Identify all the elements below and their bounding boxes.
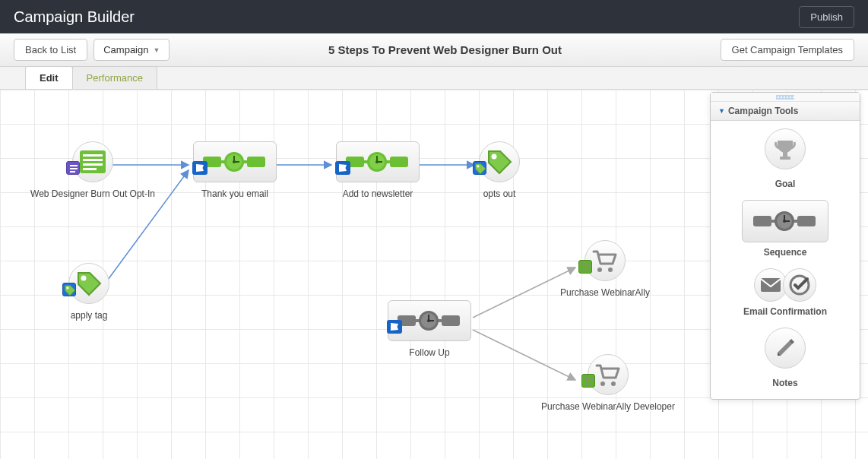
tool-sequence[interactable]: Sequence (742, 200, 828, 258)
app-header: Campaign Builder Publish (0, 0, 868, 33)
goal-badge-icon (66, 161, 80, 175)
tool-label: Goal (775, 179, 796, 189)
svg-rect-36 (70, 165, 78, 166)
svg-rect-37 (70, 168, 78, 169)
flag-badge-icon (192, 161, 207, 175)
checkmark-icon (783, 268, 816, 302)
tool-goal[interactable]: Goal (765, 128, 806, 189)
campaign-canvas[interactable]: Web Designer Burn Out Opt-In Thank you e… (0, 90, 868, 459)
panel-grip[interactable] (711, 93, 860, 102)
goal-badge-icon (62, 283, 76, 296)
campaign-tools-panel[interactable]: ▼ Campaign Tools Goal Sequence (710, 92, 860, 400)
tool-email-confirmation[interactable]: Email Confirmation (743, 268, 827, 317)
flag-badge-icon (335, 161, 350, 175)
pencil-icon (765, 328, 806, 369)
node-optin-goal[interactable]: Web Designer Burn Out Opt-In (24, 141, 161, 199)
tool-label: Sequence (764, 247, 807, 258)
tools-panel-header[interactable]: ▼ Campaign Tools (711, 102, 860, 121)
tool-label: Notes (772, 378, 797, 388)
get-templates-button[interactable]: Get Campaign Templates (721, 39, 854, 61)
node-purchase2-goal[interactable]: Purchase WebinarAlly Developer (524, 354, 692, 412)
toolbar: Back to List Campaign ▼ 5 Steps To Preve… (0, 33, 868, 67)
tools-panel-body: Goal Sequence Email Confirmation (711, 121, 860, 399)
flag-badge-icon (387, 320, 402, 334)
tool-notes[interactable]: Notes (765, 328, 806, 388)
svg-rect-38 (70, 171, 75, 173)
sequence-icon (742, 200, 828, 242)
collapse-triangle-icon: ▼ (718, 107, 725, 115)
campaign-selector[interactable]: Campaign ▼ (93, 39, 169, 61)
tab-performance[interactable]: Performance (72, 66, 157, 89)
goal-badge-icon (578, 260, 592, 274)
app-title: Campaign Builder (14, 8, 799, 26)
tools-panel-title: Campaign Tools (728, 106, 798, 116)
publish-button[interactable]: Publish (799, 6, 854, 28)
node-thankyou-sequence[interactable]: Thank you email (185, 141, 284, 199)
node-label: apply tag (71, 310, 108, 321)
node-label: Purchase WebinarAlly (560, 287, 650, 298)
campaign-selector-label: Campaign (103, 44, 148, 55)
node-label: Web Designer Burn Out Opt-In (30, 188, 155, 199)
tool-label: Email Confirmation (743, 306, 827, 317)
node-label: Follow Up (409, 347, 449, 358)
tab-edit[interactable]: Edit (25, 66, 73, 89)
goal-badge-icon (473, 161, 486, 175)
node-label: Thank you email (201, 188, 268, 199)
node-followup-sequence[interactable]: Follow Up (380, 300, 479, 358)
tab-row: Edit Performance (0, 67, 868, 90)
node-label: opts out (483, 188, 516, 199)
node-label: Purchase WebinarAlly Developer (541, 401, 675, 412)
node-newsletter-sequence[interactable]: Add to newsletter (328, 141, 427, 199)
goal-badge-icon (581, 374, 595, 388)
trophy-icon (765, 128, 806, 169)
node-purchase1-goal[interactable]: Purchase WebinarAlly (544, 240, 666, 298)
caret-down-icon: ▼ (153, 46, 160, 54)
back-to-list-button[interactable]: Back to List (14, 39, 87, 61)
node-applytag-goal[interactable]: apply tag (55, 263, 123, 321)
node-optsout-goal[interactable]: opts out (465, 141, 534, 199)
campaign-title: 5 Steps To Prevent Web Designer Burn Out (176, 43, 714, 56)
node-label: Add to newsletter (343, 188, 413, 199)
